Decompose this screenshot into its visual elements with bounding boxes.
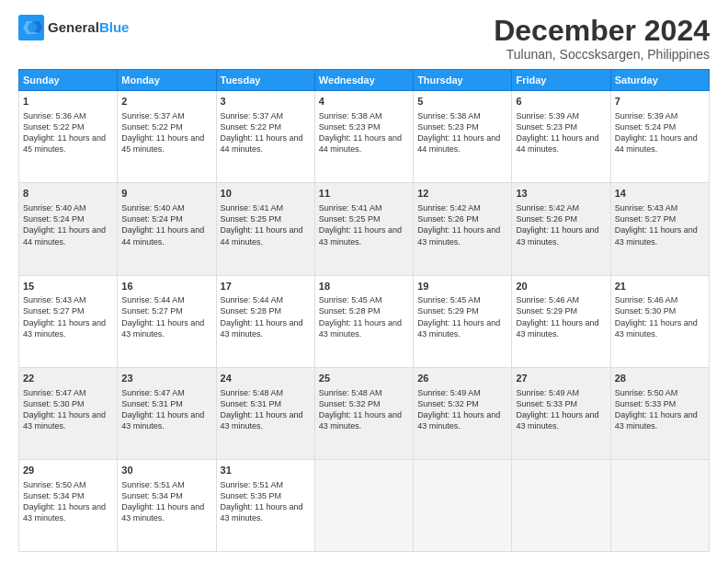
day-info: Sunrise: 5:48 AMSunset: 5:32 PMDaylight:…	[319, 388, 402, 431]
location: Tulunan, Soccsksargen, Philippines	[494, 47, 710, 62]
day-number: 12	[417, 187, 507, 201]
day-info: Sunrise: 5:47 AMSunset: 5:31 PMDaylight:…	[121, 388, 204, 431]
day-info: Sunrise: 5:39 AMSunset: 5:24 PMDaylight:…	[615, 111, 698, 154]
day-number: 6	[516, 95, 606, 109]
col-tuesday: Tuesday	[216, 70, 314, 91]
day-number: 5	[417, 95, 507, 109]
day-number: 11	[319, 187, 409, 201]
calendar-week-row: 15Sunrise: 5:43 AMSunset: 5:27 PMDayligh…	[19, 275, 710, 367]
day-info: Sunrise: 5:45 AMSunset: 5:28 PMDaylight:…	[319, 295, 402, 338]
table-row: 30Sunrise: 5:51 AMSunset: 5:34 PMDayligh…	[118, 459, 216, 551]
table-row: 28Sunrise: 5:50 AMSunset: 5:33 PMDayligh…	[610, 367, 709, 459]
day-number: 23	[121, 372, 211, 385]
day-number: 21	[615, 280, 705, 293]
day-info: Sunrise: 5:40 AMSunset: 5:24 PMDaylight:…	[121, 203, 204, 246]
day-info: Sunrise: 5:50 AMSunset: 5:34 PMDaylight:…	[23, 480, 106, 523]
calendar-table: Sunday Monday Tuesday Wednesday Thursday…	[18, 69, 710, 552]
table-row	[610, 459, 709, 551]
table-row: 20Sunrise: 5:46 AMSunset: 5:29 PMDayligh…	[512, 275, 610, 367]
calendar-week-row: 8Sunrise: 5:40 AMSunset: 5:24 PMDaylight…	[19, 183, 710, 275]
day-number: 22	[23, 372, 113, 385]
calendar-header-row: Sunday Monday Tuesday Wednesday Thursday…	[19, 70, 710, 91]
table-row: 22Sunrise: 5:47 AMSunset: 5:30 PMDayligh…	[19, 367, 118, 459]
day-info: Sunrise: 5:37 AMSunset: 5:22 PMDaylight:…	[221, 111, 303, 154]
col-wednesday: Wednesday	[314, 70, 413, 91]
table-row	[314, 459, 413, 551]
day-number: 29	[23, 464, 113, 477]
day-number: 25	[319, 372, 409, 385]
table-row: 26Sunrise: 5:49 AMSunset: 5:32 PMDayligh…	[414, 367, 512, 459]
day-info: Sunrise: 5:43 AMSunset: 5:27 PMDaylight:…	[23, 295, 106, 338]
calendar-week-row: 29Sunrise: 5:50 AMSunset: 5:34 PMDayligh…	[19, 459, 710, 551]
table-row: 9Sunrise: 5:40 AMSunset: 5:24 PMDaylight…	[118, 183, 216, 275]
table-row: 11Sunrise: 5:41 AMSunset: 5:25 PMDayligh…	[314, 183, 413, 275]
day-info: Sunrise: 5:49 AMSunset: 5:32 PMDaylight:…	[417, 388, 500, 431]
day-number: 2	[121, 95, 211, 109]
day-number: 16	[121, 280, 211, 293]
table-row: 6Sunrise: 5:39 AMSunset: 5:23 PMDaylight…	[512, 91, 610, 183]
day-info: Sunrise: 5:42 AMSunset: 5:26 PMDaylight:…	[417, 203, 500, 246]
day-number: 27	[516, 372, 606, 385]
day-info: Sunrise: 5:45 AMSunset: 5:29 PMDaylight:…	[417, 295, 500, 338]
day-info: Sunrise: 5:36 AMSunset: 5:22 PMDaylight:…	[23, 111, 106, 154]
calendar-week-row: 1Sunrise: 5:36 AMSunset: 5:22 PMDaylight…	[19, 91, 710, 183]
table-row: 31Sunrise: 5:51 AMSunset: 5:35 PMDayligh…	[216, 459, 314, 551]
table-row: 2Sunrise: 5:37 AMSunset: 5:22 PMDaylight…	[118, 91, 216, 183]
day-info: Sunrise: 5:42 AMSunset: 5:26 PMDaylight:…	[516, 203, 598, 246]
page: GeneralBlue December 2024 Tulunan, Soccs…	[0, 0, 728, 563]
col-saturday: Saturday	[610, 70, 709, 91]
table-row: 1Sunrise: 5:36 AMSunset: 5:22 PMDaylight…	[19, 91, 118, 183]
table-row: 16Sunrise: 5:44 AMSunset: 5:27 PMDayligh…	[118, 275, 216, 367]
day-info: Sunrise: 5:41 AMSunset: 5:25 PMDaylight:…	[319, 203, 402, 246]
day-number: 10	[221, 187, 311, 201]
table-row: 15Sunrise: 5:43 AMSunset: 5:27 PMDayligh…	[19, 275, 118, 367]
table-row: 29Sunrise: 5:50 AMSunset: 5:34 PMDayligh…	[19, 459, 118, 551]
day-number: 7	[615, 95, 705, 109]
day-info: Sunrise: 5:50 AMSunset: 5:33 PMDaylight:…	[615, 388, 698, 431]
day-info: Sunrise: 5:47 AMSunset: 5:30 PMDaylight:…	[23, 388, 106, 431]
day-number: 3	[221, 95, 311, 109]
day-number: 18	[319, 280, 409, 293]
day-info: Sunrise: 5:49 AMSunset: 5:33 PMDaylight:…	[516, 388, 598, 431]
table-row: 12Sunrise: 5:42 AMSunset: 5:26 PMDayligh…	[414, 183, 512, 275]
day-info: Sunrise: 5:39 AMSunset: 5:23 PMDaylight:…	[516, 111, 598, 154]
day-number: 30	[121, 464, 211, 477]
table-row: 13Sunrise: 5:42 AMSunset: 5:26 PMDayligh…	[512, 183, 610, 275]
day-number: 1	[23, 95, 113, 109]
table-row: 27Sunrise: 5:49 AMSunset: 5:33 PMDayligh…	[512, 367, 610, 459]
day-info: Sunrise: 5:40 AMSunset: 5:24 PMDaylight:…	[23, 203, 106, 246]
day-info: Sunrise: 5:38 AMSunset: 5:23 PMDaylight:…	[319, 111, 402, 154]
table-row: 18Sunrise: 5:45 AMSunset: 5:28 PMDayligh…	[314, 275, 413, 367]
table-row: 7Sunrise: 5:39 AMSunset: 5:24 PMDaylight…	[610, 91, 709, 183]
table-row: 8Sunrise: 5:40 AMSunset: 5:24 PMDaylight…	[19, 183, 118, 275]
col-thursday: Thursday	[414, 70, 512, 91]
table-row: 14Sunrise: 5:43 AMSunset: 5:27 PMDayligh…	[610, 183, 709, 275]
table-row: 24Sunrise: 5:48 AMSunset: 5:31 PMDayligh…	[216, 367, 314, 459]
logo: GeneralBlue	[18, 15, 129, 40]
day-number: 17	[221, 280, 311, 293]
table-row: 21Sunrise: 5:46 AMSunset: 5:30 PMDayligh…	[610, 275, 709, 367]
logo-text: GeneralBlue	[48, 20, 129, 36]
day-number: 9	[121, 187, 211, 201]
table-row: 3Sunrise: 5:37 AMSunset: 5:22 PMDaylight…	[216, 91, 314, 183]
calendar-week-row: 22Sunrise: 5:47 AMSunset: 5:30 PMDayligh…	[19, 367, 710, 459]
table-row: 4Sunrise: 5:38 AMSunset: 5:23 PMDaylight…	[314, 91, 413, 183]
day-number: 13	[516, 187, 606, 201]
title-block: December 2024 Tulunan, Soccsksargen, Phi…	[494, 15, 710, 62]
day-info: Sunrise: 5:37 AMSunset: 5:22 PMDaylight:…	[121, 111, 204, 154]
day-number: 14	[615, 187, 705, 201]
header: GeneralBlue December 2024 Tulunan, Soccs…	[18, 15, 710, 62]
day-info: Sunrise: 5:43 AMSunset: 5:27 PMDaylight:…	[615, 203, 698, 246]
day-number: 20	[516, 280, 606, 293]
day-number: 28	[615, 372, 705, 385]
day-info: Sunrise: 5:46 AMSunset: 5:30 PMDaylight:…	[615, 295, 698, 338]
table-row	[414, 459, 512, 551]
day-info: Sunrise: 5:51 AMSunset: 5:35 PMDaylight:…	[221, 480, 303, 523]
day-number: 26	[417, 372, 507, 385]
table-row: 10Sunrise: 5:41 AMSunset: 5:25 PMDayligh…	[216, 183, 314, 275]
table-row: 25Sunrise: 5:48 AMSunset: 5:32 PMDayligh…	[314, 367, 413, 459]
col-sunday: Sunday	[19, 70, 118, 91]
month-title: December 2024	[494, 15, 710, 47]
day-number: 8	[23, 187, 113, 201]
table-row: 23Sunrise: 5:47 AMSunset: 5:31 PMDayligh…	[118, 367, 216, 459]
